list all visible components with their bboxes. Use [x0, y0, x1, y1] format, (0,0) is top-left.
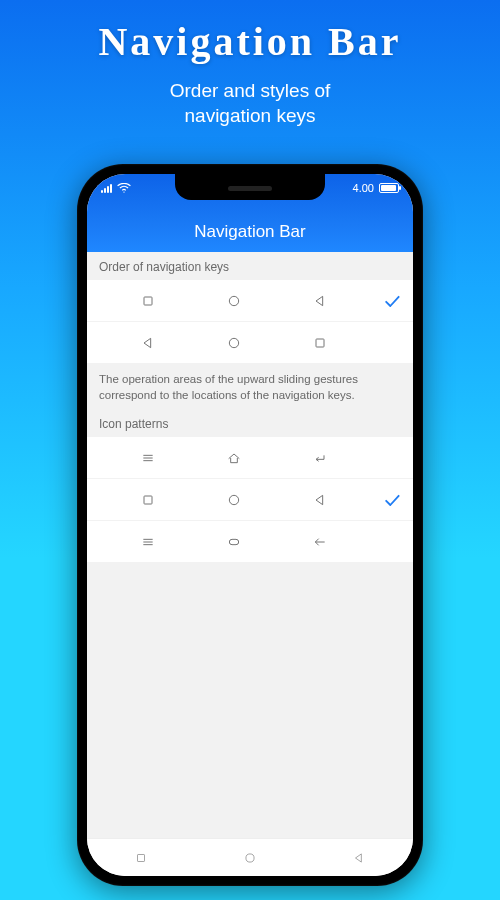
svg-point-9: [229, 495, 238, 504]
pattern-option[interactable]: [87, 479, 413, 521]
section-patterns-label: Icon patterns: [87, 409, 413, 437]
svg-rect-8: [144, 496, 152, 504]
battery-icon: [379, 183, 399, 193]
svg-point-0: [123, 191, 124, 192]
sys-nav-recent[interactable]: [87, 839, 196, 876]
arrow-left-icon: [277, 534, 363, 550]
pattern-option[interactable]: [87, 437, 413, 479]
phone-screen: 4.00 Navigation Bar Order of navigation …: [87, 174, 413, 876]
app-title: Navigation Bar: [87, 222, 413, 242]
back-return-icon: [277, 450, 363, 466]
triangle-left-icon: [277, 492, 363, 508]
system-nav-bar: [87, 838, 413, 876]
signal-icon: [101, 183, 112, 193]
pattern-option[interactable]: [87, 521, 413, 563]
svg-rect-15: [138, 854, 145, 861]
selected-check-icon: [371, 291, 413, 311]
settings-content: Order of navigation keys The operation a…: [87, 252, 413, 838]
order-option[interactable]: [87, 322, 413, 364]
menu-lines-icon: [105, 450, 191, 466]
help-text: The operation areas of the upward slidin…: [87, 364, 413, 409]
hero-title: Navigation Bar: [0, 0, 500, 65]
section-order-label: Order of navigation keys: [87, 252, 413, 280]
pill-icon: [191, 534, 277, 550]
circle-icon: [191, 335, 277, 351]
order-option[interactable]: [87, 280, 413, 322]
svg-point-2: [229, 296, 238, 305]
phone-frame: 4.00 Navigation Bar Order of navigation …: [77, 164, 423, 886]
circle-icon: [191, 293, 277, 309]
svg-rect-13: [229, 539, 238, 544]
circle-icon: [191, 492, 277, 508]
hero-subtitle: Order and styles of navigation keys: [0, 79, 500, 128]
status-time: 4.00: [353, 182, 374, 194]
square-icon: [277, 335, 363, 351]
phone-notch: [175, 174, 325, 200]
square-icon: [105, 293, 191, 309]
svg-point-3: [229, 338, 238, 347]
svg-point-16: [246, 853, 254, 861]
sys-nav-back[interactable]: [304, 839, 413, 876]
svg-rect-1: [144, 297, 152, 305]
home-outline-icon: [191, 450, 277, 466]
triangle-left-icon: [277, 293, 363, 309]
selected-check-icon: [371, 490, 413, 510]
wifi-icon: [117, 183, 131, 193]
svg-rect-4: [316, 339, 324, 347]
triangle-left-icon: [105, 335, 191, 351]
menu-lines-icon: [105, 534, 191, 550]
sys-nav-home[interactable]: [196, 839, 305, 876]
square-icon: [105, 492, 191, 508]
